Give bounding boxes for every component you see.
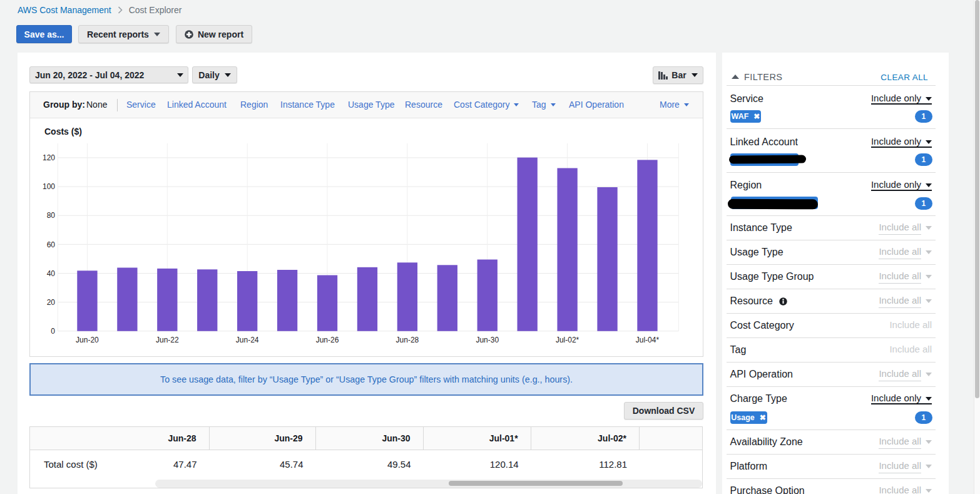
svg-text:Jun-26: Jun-26 [316,336,339,344]
svg-text:100: 100 [43,182,55,191]
svg-text:Jun-30: Jun-30 [476,336,499,344]
svg-text:Jun-28: Jun-28 [396,336,419,344]
svg-text:Jun-24: Jun-24 [236,336,259,344]
svg-text:0: 0 [51,327,55,336]
svg-text:Jul-04*: Jul-04* [636,336,660,344]
svg-text:40: 40 [47,269,56,278]
svg-text:20: 20 [47,298,56,307]
svg-text:Jun-22: Jun-22 [156,336,179,344]
svg-text:60: 60 [47,240,56,249]
svg-text:Jun-20: Jun-20 [76,336,99,344]
svg-text:80: 80 [47,211,56,220]
svg-text:Jul-02*: Jul-02* [556,336,579,344]
svg-text:120: 120 [43,153,55,162]
